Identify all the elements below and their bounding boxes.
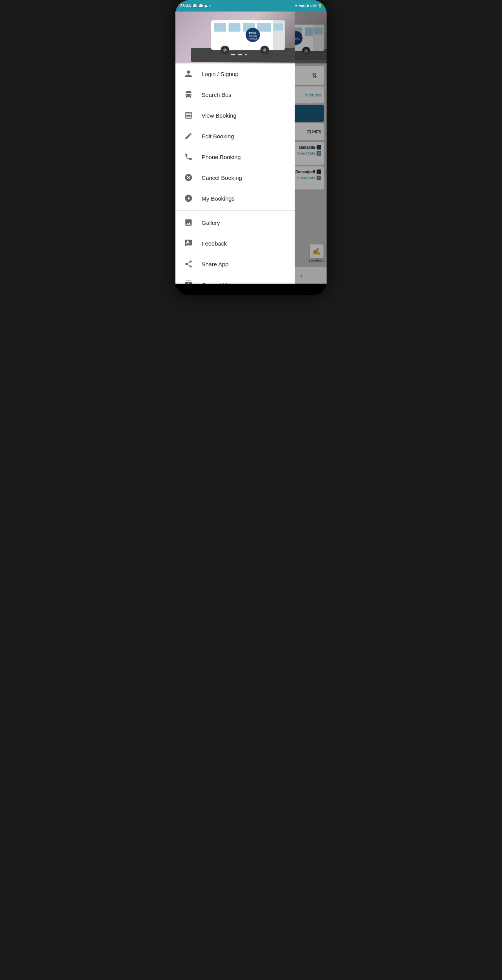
time: 23:44	[180, 3, 191, 8]
sidebar-item-view-booking[interactable]: View Booking	[175, 105, 295, 126]
login-label: Login / Signup	[202, 71, 238, 77]
star-icon	[183, 193, 194, 204]
message-icon: 💬	[198, 4, 203, 8]
svg-rect-21	[257, 23, 271, 32]
share-app-label: Share App	[202, 261, 228, 267]
video-icon: ▶	[205, 4, 208, 8]
svg-point-25	[223, 48, 227, 51]
volte-lte-indicator: VoLTE LTE	[299, 4, 317, 8]
gallery-label: Gallery	[202, 219, 220, 226]
phone-icon	[183, 151, 194, 162]
search-bus-label: Search Bus	[202, 91, 232, 98]
edit-booking-label: Edit Booking	[202, 133, 234, 140]
svg-point-27	[263, 48, 266, 51]
drawer-bus-svg: PAYAL MANISH TRAVELS	[191, 13, 295, 63]
cancel-icon	[183, 172, 194, 183]
svg-text:MANISH: MANISH	[249, 35, 257, 37]
sidebar-item-cancel-booking[interactable]: Cancel Booking	[175, 167, 295, 188]
dot-indicator: •	[209, 3, 211, 8]
battery-icon: 🔋	[318, 4, 322, 8]
svg-text:TRAVELS: TRAVELS	[248, 38, 258, 40]
receipt-icon	[183, 110, 194, 121]
navigation-drawer: PAYAL MANISH TRAVELS Login / Signup	[175, 12, 295, 284]
drawer-hero-image: PAYAL MANISH TRAVELS	[175, 12, 295, 63]
bus-icon	[183, 89, 194, 100]
phone-booking-label: Phone Booking	[202, 154, 241, 160]
edit-icon	[183, 131, 194, 141]
gallery-icon	[183, 217, 194, 228]
feedback-label: Feedback	[202, 240, 227, 247]
svg-rect-15	[191, 48, 295, 62]
person-icon	[183, 68, 194, 79]
sidebar-item-gallery[interactable]: Gallery	[175, 212, 295, 233]
cancel-booking-label: Cancel Booking	[202, 174, 242, 181]
sidebar-item-share-app[interactable]: Share App	[175, 254, 295, 274]
svg-rect-23	[274, 23, 283, 31]
phone-content: PAYAL ⇅ Next day S ELINES	[175, 12, 327, 284]
sidebar-item-feedback[interactable]: Feedback	[175, 233, 295, 254]
view-booking-label: View Booking	[202, 112, 237, 119]
svg-rect-19	[228, 23, 240, 32]
drawer-overlay[interactable]	[295, 12, 327, 284]
sidebar-item-edit-booking[interactable]: Edit Booking	[175, 126, 295, 146]
sidebar-item-login[interactable]: Login / Signup	[175, 63, 295, 84]
my-bookings-label: My Bookings	[202, 195, 235, 202]
bluetooth-icon: ✦	[295, 4, 298, 8]
menu-divider	[175, 210, 295, 211]
sidebar-item-my-bookings[interactable]: My Bookings	[175, 188, 295, 209]
feedback-icon	[183, 238, 194, 249]
svg-text:PAYAL: PAYAL	[249, 32, 257, 34]
sidebar-item-contact-us[interactable]: Contact Us	[175, 274, 295, 284]
messenger-icon: 💬	[192, 4, 197, 8]
menu-list: Login / Signup Search Bus View Booking	[175, 63, 295, 284]
status-bar: 23:44 💬 💬 ▶ • ✦ VoLTE LTE 🔋	[175, 0, 327, 12]
contact-icon	[183, 279, 194, 284]
phone-frame: 23:44 💬 💬 ▶ • ✦ VoLTE LTE 🔋	[175, 0, 327, 295]
sidebar-item-phone-booking[interactable]: Phone Booking	[175, 146, 295, 167]
contact-us-label: Contact Us	[202, 282, 230, 284]
svg-rect-18	[214, 23, 226, 32]
share-icon	[183, 259, 194, 269]
sidebar-item-search-bus[interactable]: Search Bus	[175, 84, 295, 105]
